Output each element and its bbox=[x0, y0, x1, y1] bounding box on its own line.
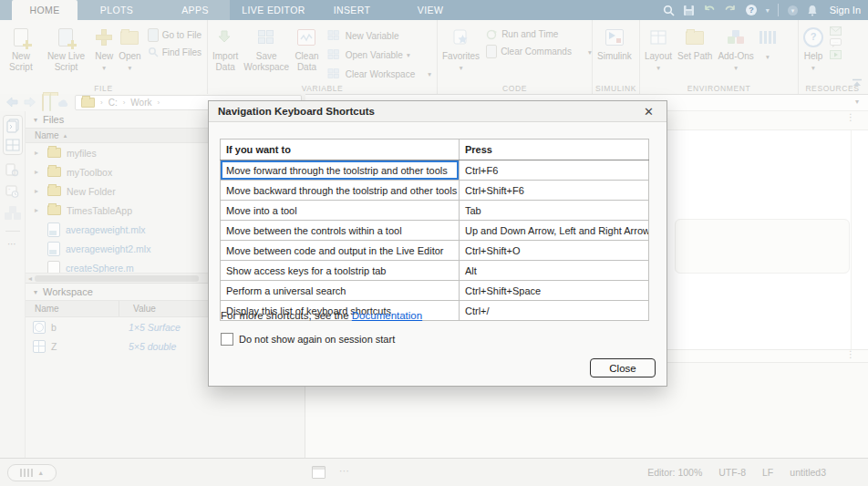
tab-apps[interactable]: APPS bbox=[156, 0, 234, 20]
add-ons-button[interactable]: Add-Ons▾ bbox=[715, 24, 756, 83]
line-ending[interactable]: LF bbox=[762, 467, 773, 478]
import-data-button[interactable]: Import Data bbox=[210, 24, 241, 83]
table-row[interactable]: Show access keys for a toolstrip tabAlt bbox=[221, 261, 649, 281]
workspace-col-name[interactable]: Name bbox=[26, 301, 119, 316]
open-variable-button[interactable]: Open Variable▾ bbox=[326, 47, 431, 62]
clean-data-icon bbox=[297, 26, 315, 49]
save-workspace-button[interactable]: Save Workspace bbox=[241, 24, 292, 83]
breadcrumb-drive[interactable]: C: bbox=[108, 98, 118, 108]
panel-options-icon[interactable]: ⋮ bbox=[846, 351, 855, 357]
editor-documents-icon[interactable] bbox=[5, 119, 20, 133]
rail-add-ons-icon[interactable] bbox=[4, 206, 22, 221]
new-live-script-icon bbox=[58, 26, 73, 49]
layout-button[interactable]: Layout▾ bbox=[642, 24, 675, 83]
files-collapse-icon[interactable]: ▾ bbox=[34, 116, 37, 124]
dialog-close-icon[interactable]: ✕ bbox=[640, 104, 657, 119]
expand-arrow-icon[interactable]: ▸ bbox=[35, 168, 42, 176]
back-icon[interactable] bbox=[5, 95, 18, 111]
tab-insert[interactable]: INSERT bbox=[313, 0, 391, 20]
editor-scrollbar-gutter bbox=[851, 130, 852, 349]
sign-in-link[interactable]: Sign In bbox=[826, 5, 864, 16]
col-header-press: Press bbox=[460, 140, 649, 160]
workspace-collapse-icon[interactable]: ▾ bbox=[34, 288, 37, 296]
clear-workspace-button[interactable]: Clear Workspace▾ bbox=[326, 67, 431, 81]
clean-data-button[interactable]: Clean Data bbox=[292, 24, 322, 83]
layout-caret-icon: ▾ bbox=[656, 63, 660, 74]
checkbox-label: Do not show again on session start bbox=[239, 334, 395, 345]
table-row[interactable]: Move backward through the toolstrip and … bbox=[221, 181, 649, 201]
workspace-col-value[interactable]: Value bbox=[124, 301, 211, 316]
up-one-level-icon[interactable] bbox=[42, 95, 44, 111]
task-search-icon[interactable] bbox=[5, 163, 19, 177]
tab-plots[interactable]: PLOTS bbox=[78, 0, 156, 20]
surface-variable-icon bbox=[33, 321, 46, 334]
tab-live-editor[interactable]: LIVE EDITOR bbox=[234, 0, 313, 20]
scrollbar-thumb[interactable] bbox=[35, 275, 199, 282]
cloud-icon[interactable] bbox=[57, 95, 69, 111]
redo-icon[interactable] bbox=[724, 5, 737, 16]
new-live-script-button[interactable]: New Live Script bbox=[40, 24, 92, 83]
do-not-show-checkbox-row[interactable]: Do not show again on session start bbox=[221, 333, 395, 346]
forward-icon[interactable] bbox=[24, 95, 36, 111]
command-history-icon[interactable]: » bbox=[5, 185, 19, 198]
collapse-toolstrip-icon[interactable] bbox=[852, 75, 863, 91]
tab-view[interactable]: VIEW bbox=[391, 0, 470, 20]
go-to-file-button[interactable]: Go to File bbox=[148, 28, 202, 42]
clear-workspace-caret-icon: ▾ bbox=[428, 70, 431, 78]
status-bar: ▲ ⋯ Editor: 100% UTF-8 LF untitled3 bbox=[0, 458, 868, 486]
rail-more-icon[interactable]: ⋯ bbox=[7, 239, 17, 249]
table-row[interactable]: Move forward through the toolstrip and o… bbox=[221, 160, 649, 181]
table-row[interactable]: Move between the controls within a toolU… bbox=[221, 221, 649, 241]
help-button[interactable]: ?Help▾ bbox=[801, 24, 826, 83]
files-panel-title: Files bbox=[43, 114, 64, 125]
help-menu-caret-icon[interactable]: ▾ bbox=[766, 6, 770, 15]
breadcrumb-folder[interactable]: Work bbox=[130, 98, 151, 108]
documentation-link[interactable]: Documentation bbox=[352, 310, 422, 321]
new-script-button[interactable]: New Script bbox=[2, 24, 40, 83]
new-variable-button[interactable]: New Variable bbox=[326, 28, 431, 43]
save-icon[interactable] bbox=[683, 5, 695, 16]
editor-zoom-level[interactable]: Editor: 100% bbox=[647, 467, 702, 478]
dialog-title-bar[interactable]: Navigation Keyboard Shortcuts ✕ bbox=[209, 101, 666, 122]
expand-arrow-icon[interactable]: ▸ bbox=[35, 187, 42, 195]
breadcrumb-folder-icon bbox=[81, 98, 95, 108]
learn-matlab-button[interactable] bbox=[830, 50, 842, 59]
panels-grid-icon[interactable] bbox=[5, 139, 20, 151]
expand-arrow-icon[interactable]: ▸ bbox=[35, 206, 42, 214]
window-icon[interactable] bbox=[312, 466, 326, 479]
checkbox[interactable] bbox=[221, 333, 233, 346]
notifications-bell-icon[interactable] bbox=[807, 5, 818, 16]
table-row[interactable]: Perform a universal searchCtrl+Shift+Spa… bbox=[221, 281, 649, 301]
feedback-button[interactable]: ⋯ bbox=[830, 38, 842, 47]
simulink-button[interactable]: Simulink bbox=[594, 24, 635, 83]
tab-home[interactable]: HOME bbox=[12, 0, 78, 20]
new-button[interactable]: New▾ bbox=[92, 24, 116, 83]
new-folder-icon[interactable] bbox=[49, 95, 51, 111]
panel-toggle-button[interactable]: ▲ bbox=[7, 464, 57, 481]
favorites-button[interactable]: Favorites▾ bbox=[439, 24, 482, 83]
navigation-shortcuts-dialog: Navigation Keyboard Shortcuts ✕ If you w… bbox=[208, 100, 667, 387]
search-icon[interactable] bbox=[663, 5, 675, 16]
run-and-time-button[interactable]: Run and Time bbox=[486, 28, 592, 40]
status-more-icon[interactable]: ⋯ bbox=[339, 465, 350, 477]
undo-icon[interactable] bbox=[703, 5, 716, 16]
section-label-variable: VARIABLE bbox=[208, 84, 437, 93]
open-button[interactable]: Open▾ bbox=[116, 24, 143, 83]
scroll-left-icon[interactable]: ◂ bbox=[26, 274, 35, 283]
toolstrip: New Script New Live Script New▾ Open▾ Go… bbox=[0, 20, 868, 95]
close-button[interactable]: Close bbox=[590, 358, 656, 377]
table-row[interactable]: Move between code and output in the Live… bbox=[221, 241, 649, 261]
profile-icon[interactable]: ▾ bbox=[787, 5, 799, 16]
document-list-caret-icon[interactable]: ▾ bbox=[855, 98, 859, 106]
find-files-button[interactable]: Find Files bbox=[148, 47, 202, 57]
expand-arrow-icon[interactable]: ▸ bbox=[35, 149, 42, 157]
clear-commands-icon bbox=[486, 45, 497, 58]
parallel-button[interactable]: ▾ bbox=[757, 24, 779, 83]
table-row[interactable]: Move into a toolTab bbox=[221, 201, 649, 221]
request-support-button[interactable] bbox=[830, 26, 842, 36]
file-encoding[interactable]: UTF-8 bbox=[718, 467, 746, 478]
clear-commands-button[interactable]: Clear Commands▾ bbox=[486, 45, 592, 58]
panel-options-icon[interactable]: ⋮ bbox=[846, 114, 855, 120]
help-menu-icon[interactable]: ? bbox=[745, 4, 758, 16]
set-path-button[interactable]: Set Path bbox=[675, 24, 715, 83]
